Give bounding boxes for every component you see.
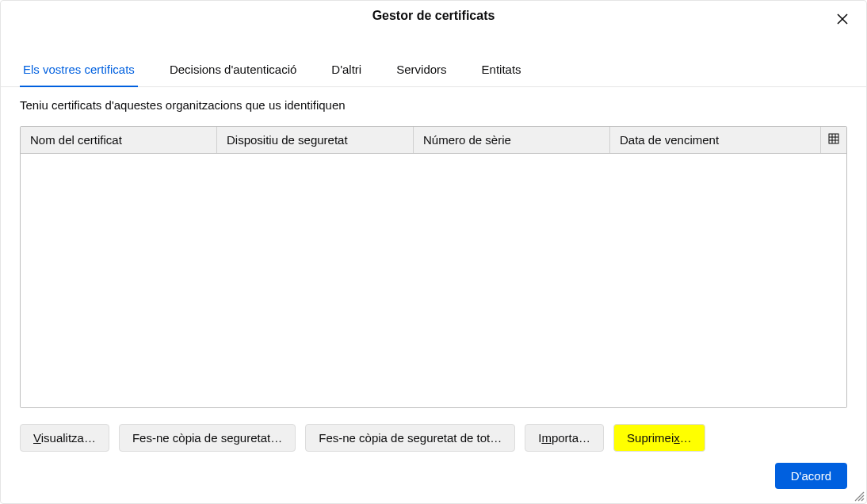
tab-servers[interactable]: Servidors bbox=[393, 55, 449, 87]
column-header-serial-number[interactable]: Número de sèrie bbox=[414, 127, 610, 153]
tab-authorities[interactable]: Entitats bbox=[479, 55, 525, 87]
view-button[interactable]: Visualitza… bbox=[20, 424, 109, 452]
certificate-manager-dialog: Gestor de certificats Els vostres certif… bbox=[0, 0, 867, 504]
resize-grip-icon bbox=[852, 491, 865, 504]
dialog-header: Gestor de certificats bbox=[1, 1, 866, 31]
svg-line-9 bbox=[861, 498, 864, 501]
tab-description: Teniu certificats d'aquestes organitzaci… bbox=[20, 98, 847, 112]
ok-button[interactable]: D'acord bbox=[775, 463, 847, 489]
backup-button[interactable]: Fes-ne còpia de seguretat… bbox=[119, 424, 296, 452]
tab-authentication-decisions[interactable]: Decisions d'autenticació bbox=[166, 55, 300, 87]
column-header-expiration-date[interactable]: Data de venciment bbox=[610, 127, 821, 153]
tab-people[interactable]: D'altri bbox=[328, 55, 365, 87]
backup-all-button[interactable]: Fes-ne còpia de seguretat de tot… bbox=[305, 424, 515, 452]
certificates-table: Nom del certificat Dispositiu de seguret… bbox=[20, 126, 847, 408]
column-picker-icon bbox=[828, 133, 839, 147]
action-button-row: Visualitza… Fes-ne còpia de seguretat… F… bbox=[1, 408, 866, 452]
dialog-title: Gestor de certificats bbox=[13, 9, 854, 23]
delete-button[interactable]: Suprimeix… bbox=[613, 424, 705, 452]
tabs-bar: Els vostres certificats Decisions d'aute… bbox=[1, 55, 866, 87]
close-button[interactable] bbox=[831, 9, 854, 31]
dialog-footer: D'acord bbox=[1, 452, 866, 503]
svg-line-8 bbox=[858, 495, 864, 501]
close-icon bbox=[836, 13, 849, 28]
table-header-row: Nom del certificat Dispositiu de seguret… bbox=[21, 127, 846, 154]
tab-your-certificates[interactable]: Els vostres certificats bbox=[20, 55, 138, 87]
column-picker-button[interactable] bbox=[821, 127, 846, 153]
column-header-certificate-name[interactable]: Nom del certificat bbox=[21, 127, 217, 153]
column-header-security-device[interactable]: Dispositiu de seguretat bbox=[217, 127, 414, 153]
table-empty bbox=[21, 154, 846, 407]
resize-grip[interactable] bbox=[852, 489, 865, 502]
table-body[interactable] bbox=[21, 154, 846, 407]
svg-rect-2 bbox=[829, 134, 838, 143]
tab-content: Teniu certificats d'aquestes organitzaci… bbox=[1, 87, 866, 408]
import-button[interactable]: Importa… bbox=[525, 424, 604, 452]
